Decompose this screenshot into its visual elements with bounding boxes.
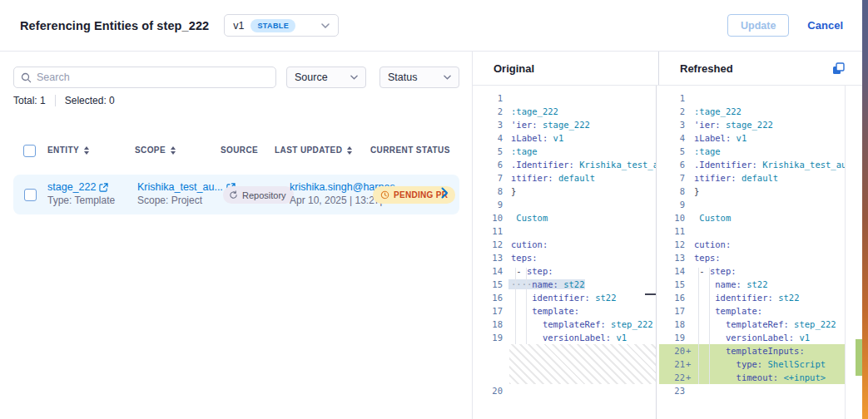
line-number: 12 [659, 239, 685, 249]
cancel-button[interactable]: Cancel [807, 19, 843, 32]
line-number: 4 [659, 133, 685, 143]
row-checkbox[interactable] [24, 189, 37, 201]
entity-type: Type: Template [47, 195, 115, 206]
copy-icon[interactable] [831, 62, 846, 76]
code-line: 14 - step: [659, 264, 845, 278]
table-row[interactable]: stage_222 Type: Template Krishika_test_a… [13, 175, 459, 214]
overview-scrollbar[interactable] [845, 86, 862, 419]
line-number: 10 [474, 213, 503, 223]
code-text: :tage_222 [508, 106, 558, 116]
code-line: 23 [659, 384, 845, 397]
entity-link[interactable]: stage_222 [47, 181, 115, 193]
line-number: 9 [659, 200, 685, 210]
sort-icon[interactable] [347, 146, 352, 155]
sort-icon[interactable] [84, 146, 89, 155]
search-box[interactable] [13, 67, 276, 88]
select-all-checkbox[interactable] [23, 145, 36, 157]
code-text: ıLabel: v1 [691, 133, 746, 143]
code-text: 'ier: stage_222 [508, 120, 590, 130]
line-number: 16 [659, 293, 685, 303]
code-line: 1 [474, 91, 656, 105]
code-text: ıLabel: v1 [508, 133, 563, 143]
line-number: 7 [474, 173, 503, 183]
column-scope[interactable]: SCOPE [135, 145, 176, 155]
code-text: cution: [508, 239, 548, 249]
scope-detail: Scope: Project [137, 195, 236, 206]
line-number: 18 [474, 319, 503, 329]
code-line: 8} [659, 185, 845, 198]
indent-guide [515, 268, 516, 344]
code-line: 1 [659, 91, 845, 105]
chevron-right-icon[interactable] [441, 187, 449, 199]
code-line: 19 versionLabel: v1 [474, 331, 656, 344]
line-number: 19 [474, 333, 503, 343]
column-source: SOURCE [221, 145, 258, 155]
update-button[interactable]: Update [727, 14, 789, 37]
code-text: } [691, 186, 699, 196]
source-filter-dropdown[interactable]: Source [286, 67, 366, 88]
sort-icon[interactable] [171, 146, 176, 155]
code-text: templateRef: step_222 [508, 319, 653, 329]
line-number: 20 [659, 346, 685, 356]
code-text: teps: [508, 253, 538, 263]
line-number: 17 [474, 306, 503, 316]
column-entity[interactable]: ENTITY [47, 145, 89, 155]
code-line: 20 [474, 384, 656, 397]
line-number: 6 [474, 160, 503, 170]
code-line: 15 name: st22 [659, 278, 845, 291]
line-number: 16 [474, 293, 503, 303]
line-number: 13 [659, 253, 685, 263]
code-line: 16 identifier: st22 [659, 291, 845, 304]
code-line: 5:tage [474, 145, 656, 158]
code-text: templateInputs: [691, 346, 805, 356]
code-line: 4ıLabel: v1 [474, 131, 656, 145]
line-number: 9 [474, 200, 503, 210]
line-number: 13 [474, 253, 503, 263]
entity-cell: stage_222 Type: Template [47, 181, 115, 206]
code-text: :tage [691, 146, 721, 156]
line-number: 3 [474, 120, 503, 130]
code-line: 16 identifier: st22 [474, 291, 656, 304]
code-text: identifier: st22 [691, 293, 799, 303]
code-text: } [508, 186, 516, 196]
column-last-updated[interactable]: LAST UPDATED [275, 145, 352, 155]
line-number: 15 [659, 279, 685, 289]
status-filter-dropdown[interactable]: Status [379, 67, 459, 88]
version-selector[interactable]: v1 STABLE [224, 14, 339, 37]
total-count: Total: 1 [13, 95, 46, 106]
line-number: 12 [474, 239, 503, 249]
drawer-header: Referencing Entities of step_222 v1 STAB… [0, 0, 868, 52]
line-number: 21 [659, 359, 685, 369]
referencing-entities-drawer: Referencing Entities of step_222 v1 STAB… [0, 0, 868, 419]
table-header: ENTITY SCOPE SOURCE LAST UPDATED CURRENT… [0, 145, 473, 162]
scope-link[interactable]: Krishika_test_au... [137, 181, 236, 193]
source-filter-label: Source [295, 71, 328, 83]
column-current-status: CURRENT STATUS [370, 145, 450, 155]
code-line: 11 [659, 224, 845, 238]
original-editor[interactable]: 12:tage_2223'ier: stage_2224ıLabel: v15:… [474, 86, 657, 419]
code-line: 17 template: [474, 304, 656, 318]
external-link-icon[interactable] [99, 183, 108, 192]
code-line: 21+ type: ShellScript [659, 357, 845, 371]
code-text: :tage_222 [691, 106, 742, 116]
original-title: Original [494, 62, 534, 75]
search-input[interactable] [37, 71, 269, 83]
code-line: 7ıtifier: default [474, 171, 656, 185]
line-number: 1 [474, 93, 503, 103]
code-line: 18 templateRef: step_222 [659, 318, 845, 331]
line-number: 11 [474, 226, 503, 236]
code-line: 9 [474, 198, 656, 211]
added-line-plus: + [685, 359, 691, 369]
diff-header-band: Original Refreshed [473, 52, 868, 86]
code-text: ıtifier: default [691, 173, 778, 183]
line-number: 19 [659, 333, 685, 343]
code-line: 3'ier: stage_222 [474, 118, 656, 131]
diff-sash-handle[interactable] [645, 293, 656, 295]
yaml-diff-panel: Original Refreshed 12:tage_2223'ier: sta… [473, 52, 868, 419]
refreshed-editor[interactable]: 12:tage_2223'ier: stage_2224ıLabel: v15:… [659, 86, 845, 419]
diff-placeholder-hatch [509, 344, 656, 384]
selected-count: Selected: 0 [65, 95, 115, 106]
line-number: 8 [474, 186, 503, 196]
code-text: name: st22 [691, 279, 768, 289]
code-text: Custom [691, 213, 731, 223]
